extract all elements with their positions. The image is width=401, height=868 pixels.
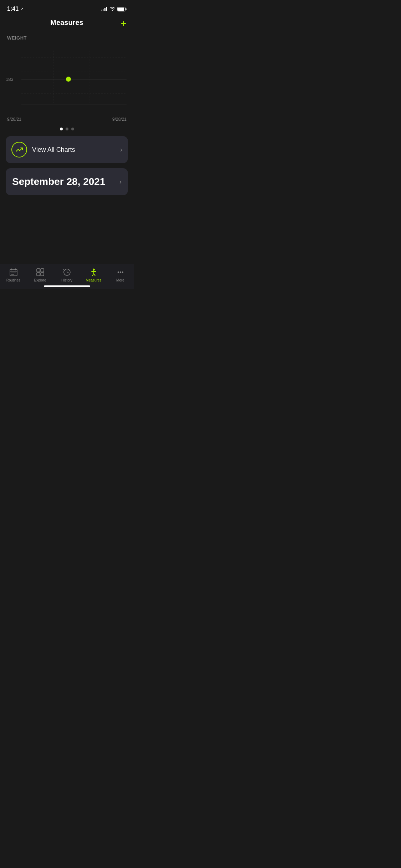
page-indicators (0, 124, 134, 136)
svg-rect-17 (41, 269, 44, 272)
page-title: Measures (50, 19, 83, 27)
tab-explore[interactable]: Explore (27, 268, 53, 282)
chart-dates: 9/28/21 9/28/21 (0, 115, 134, 124)
routines-icon (9, 268, 18, 277)
tab-explore-label: Explore (34, 278, 46, 282)
svg-point-9 (66, 77, 71, 82)
chart-section: WEIGHT 183 9/28/21 9/28/21 (0, 31, 134, 124)
cards-section: View All Charts › September 28, 2021 › (0, 136, 134, 195)
tab-routines-label: Routines (6, 278, 20, 282)
status-icons (101, 7, 127, 11)
svg-point-27 (120, 272, 121, 273)
signal-icon (101, 7, 107, 11)
nav-header: Measures + (0, 16, 134, 31)
measures-icon (89, 268, 98, 277)
tab-history-label: History (61, 278, 72, 282)
svg-point-26 (118, 272, 119, 273)
chart-icon-circle (11, 142, 27, 157)
svg-rect-10 (10, 269, 17, 276)
status-bar: 1:41 ↗ (0, 0, 134, 16)
chart-y-label: 183 (6, 77, 14, 82)
tab-more-label: More (116, 278, 124, 282)
svg-line-24 (92, 274, 94, 276)
battery-icon (117, 7, 127, 11)
trending-up-icon (15, 145, 24, 154)
date-entry-label: September 28, 2021 (12, 176, 106, 187)
page-dot-3[interactable] (71, 128, 74, 130)
explore-icon (36, 268, 45, 277)
date-entry-chevron: › (119, 178, 122, 186)
card-left: View All Charts (11, 142, 75, 157)
history-icon (62, 268, 72, 277)
svg-rect-18 (37, 273, 40, 276)
more-icon (116, 268, 125, 277)
tab-more[interactable]: More (107, 268, 134, 282)
tab-measures-label: Measures (86, 278, 102, 282)
svg-rect-19 (41, 273, 44, 276)
chart-date-left: 9/28/21 (7, 117, 21, 122)
view-all-charts-button[interactable]: View All Charts › (6, 136, 128, 163)
view-all-charts-chevron: › (120, 146, 122, 154)
chart-container[interactable]: 183 (0, 43, 134, 115)
location-icon: ↗ (20, 6, 24, 11)
tab-bar: Routines Explore History (0, 264, 134, 289)
tab-history[interactable]: History (53, 268, 80, 282)
wifi-icon (109, 7, 115, 11)
svg-line-25 (94, 274, 95, 276)
page-dot-1[interactable] (60, 128, 63, 130)
chart-date-right: 9/28/21 (112, 117, 127, 122)
status-time: 1:41 ↗ (7, 6, 24, 12)
tab-measures[interactable]: Measures (80, 268, 107, 282)
chart-section-label: WEIGHT (0, 35, 134, 41)
add-button[interactable]: + (121, 19, 127, 29)
date-entry-card[interactable]: September 28, 2021 › (6, 168, 128, 195)
svg-rect-1 (118, 7, 124, 11)
svg-point-28 (122, 272, 123, 273)
svg-rect-16 (37, 269, 40, 272)
page-dot-2[interactable] (66, 128, 68, 130)
chart-svg (0, 43, 134, 115)
tab-routines[interactable]: Routines (0, 268, 27, 282)
home-indicator (44, 285, 90, 287)
view-all-charts-label: View All Charts (32, 146, 75, 154)
